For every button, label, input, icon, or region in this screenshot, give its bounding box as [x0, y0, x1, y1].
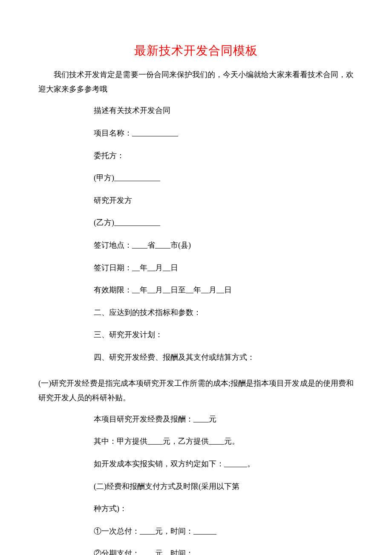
line-party-a: (甲方)____________	[94, 171, 354, 185]
section-1: 描述有关技术开发合同 项目名称：____________ 委托方： (甲方)__…	[94, 104, 354, 364]
section-2: 本项目研究开发经费及报酬：____元 其中：甲方提供____元，乙方提供____…	[94, 413, 354, 555]
line-valid-period: 有效期限：__年__月__日至__年__月__日	[94, 283, 354, 297]
line-sign-date: 签订日期：__年__月__日	[94, 261, 354, 275]
line-cost-split: 其中：甲方提供____元，乙方提供____元。	[94, 435, 354, 448]
line-sign-location: 签订地点：____省____市(县)	[94, 239, 354, 252]
line-payment-method-2: 种方式)：	[94, 502, 354, 515]
line-cost-reimburse: 如开发成本实报实销，双方约定如下：______。	[94, 457, 354, 471]
line-desc: 描述有关技术开发合同	[94, 104, 354, 117]
line-item-4: 四、研究开发经费、报酬及其支付或结算方式：	[94, 351, 354, 364]
line-lumpsum: ①一次总付：____元，时间：______	[94, 525, 354, 538]
line-cost-amount: 本项目研究开发经费及报酬：____元	[94, 413, 354, 426]
line-installment: ②分期支付：____元，时间：______	[94, 547, 354, 555]
paragraph-cost-desc: (一)研究开发经费是指完成本项研究开发工作所需的成本;报酬是指本项目开发成是的使…	[38, 376, 354, 405]
intro-paragraph: 我们技术开发肯定是需要一份合同来保护我们的，今天小编就给大家来看看技术合同，欢迎…	[38, 67, 354, 96]
line-item-2: 二、应达到的技术指标和参数：	[94, 306, 354, 319]
document-title: 最新技术开发合同模板	[38, 43, 354, 59]
line-client: 委托方：	[94, 149, 354, 162]
line-item-3: 三、研究开发计划：	[94, 328, 354, 341]
line-developer: 研究开发方	[94, 194, 354, 207]
line-project-name: 项目名称：____________	[94, 127, 354, 140]
line-payment-method-1: (二)经费和报酬支付方式及时限(采用以下第	[94, 480, 354, 493]
line-party-b: (乙方)____________	[94, 216, 354, 229]
